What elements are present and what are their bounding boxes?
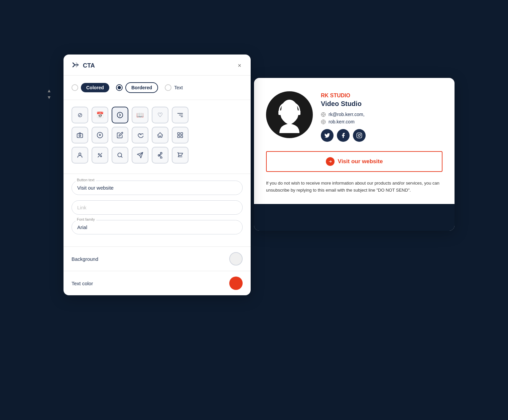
icon-cart[interactable] [172,147,188,164]
radio-label-text: Text [174,85,183,90]
svg-point-4 [139,133,140,134]
link-field [72,200,243,215]
radio-text[interactable]: Text [165,84,183,91]
style-radio-group: Colored Bordered Text [64,76,251,100]
cta-editor-panel: CTA × Colored Bordered Text ⊘ 📅 [64,55,251,295]
svg-point-19 [323,121,324,123]
avatar [266,91,313,138]
icon-more-row2[interactable] [172,127,188,143]
svg-point-11 [101,156,102,157]
font-family-input[interactable] [72,220,243,234]
icon-home[interactable] [152,127,168,143]
form-section: Button text Font family [64,174,251,246]
link-input[interactable] [72,200,243,215]
svg-rect-8 [181,136,183,138]
social-row [321,129,442,142]
icon-camera[interactable] [72,127,88,143]
icon-row-1: ⊘ 📅 📖 ♡ [72,107,243,123]
panel-title: CTA [83,62,95,69]
panel-header: CTA × [64,55,251,76]
text-color-row: Text color [64,271,251,295]
cta-button-text: Visit our website [338,158,383,165]
radio-colored[interactable]: Colored [72,83,109,92]
icon-search[interactable] [112,147,128,164]
icon-calendar[interactable]: 📅 [92,107,108,123]
preview-panel: RK STUDIO Video Studio rk@rob.kerr.com, … [254,78,455,231]
scroll-arrows: ▲ ▼ [47,88,51,100]
svg-point-10 [98,153,99,154]
website-row: rob.kerr.com [321,119,442,124]
svg-point-22 [361,134,361,134]
close-button[interactable]: × [236,61,243,70]
font-family-label: Font family [76,217,96,221]
preview-info: RK STUDIO Video Studio rk@rob.kerr.com, … [321,91,442,142]
brand-name: RK STUDIO [321,93,442,99]
icon-care[interactable] [132,127,148,143]
scroll-up-button[interactable]: ▲ [47,88,51,93]
svg-rect-1 [77,134,83,138]
text-color-picker[interactable] [229,277,243,290]
icon-block[interactable]: ⊘ [72,107,88,123]
icon-share[interactable] [152,147,168,164]
icon-row-2 [72,127,243,143]
radio-circle-bordered [116,84,123,91]
svg-rect-20 [357,133,362,138]
email-row: rk@rob.kerr.com, [321,112,442,117]
svg-point-9 [79,153,81,155]
scroll-down-button[interactable]: ▼ [47,95,51,100]
svg-rect-6 [181,133,183,135]
logo-icon [72,62,80,70]
icon-user[interactable] [72,147,88,164]
background-color-label: Background [72,256,98,262]
dark-bottom-strip [254,204,455,231]
icon-percent[interactable] [92,147,108,164]
svg-rect-7 [178,136,180,138]
radio-label-colored: Colored [81,83,109,92]
icon-grid: ⊘ 📅 📖 ♡ [64,100,251,174]
icon-send[interactable] [132,147,148,164]
website-text: rob.kerr.com [329,119,355,124]
button-text-input[interactable] [72,181,243,195]
svg-point-17 [323,114,324,115]
email-icon [321,112,326,117]
svg-rect-15 [298,110,300,115]
svg-rect-14 [278,110,281,115]
radio-label-bordered: Bordered [125,82,158,93]
icon-more-row1[interactable] [172,107,188,123]
facebook-icon[interactable] [337,129,350,142]
avatar-svg [273,96,306,133]
radio-bordered[interactable]: Bordered [116,82,158,93]
preview-card: RK STUDIO Video Studio rk@rob.kerr.com, … [266,91,442,142]
svg-point-21 [358,134,360,136]
button-text-label: Button text [76,178,96,182]
svg-point-0 [117,112,123,118]
icon-heart[interactable]: ♡ [152,107,168,123]
panel-header-left: CTA [72,62,95,70]
radio-circle-text [165,84,171,91]
background-color-picker[interactable] [229,252,243,266]
text-color-label: Text color [72,281,93,286]
icon-row-3 [72,147,243,164]
svg-point-2 [79,135,81,136]
font-family-field: Font family [72,220,243,234]
icon-edit[interactable] [112,127,128,143]
icon-book[interactable]: 📖 [132,107,148,123]
icon-arrow-right[interactable] [112,107,128,123]
svg-rect-5 [178,133,180,135]
icon-download[interactable] [92,127,108,143]
instagram-icon[interactable] [353,129,366,142]
twitter-icon[interactable] [321,129,334,142]
email-text: rk@rob.kerr.com, [329,112,365,117]
cta-arrow-icon [326,157,335,166]
website-icon [321,119,326,124]
cta-button[interactable]: Visit our website [266,151,442,172]
radio-circle-colored [72,84,78,91]
unsubscribe-text: If you do not wish to receive more infor… [266,180,442,204]
studio-name: Video Studio [321,100,442,108]
background-color-row: Background [64,246,251,271]
button-text-field: Button text [72,181,243,195]
